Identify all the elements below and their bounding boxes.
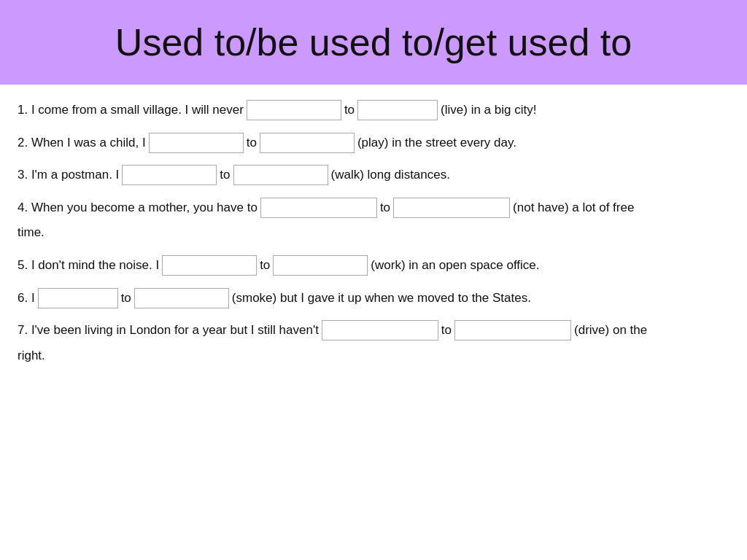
ex7-text2: (drive) on the (574, 319, 647, 342)
ex5-text1: 5. I don't mind the noise. I (18, 254, 159, 277)
exercise-4: 4. When you become a mother, you have to… (18, 197, 729, 244)
ex6-text2: (smoke) but I gave it up when we moved t… (232, 287, 531, 310)
ex2-to1: to (247, 132, 257, 155)
ex6-input1[interactable] (38, 288, 118, 308)
ex7-input1[interactable] (322, 320, 438, 341)
ex2-input1[interactable] (149, 133, 244, 153)
ex5-input2[interactable] (273, 255, 368, 276)
ex5-text2: (work) in an open space office. (371, 254, 539, 277)
ex1-to1: to (344, 99, 355, 122)
ex7-to1: to (441, 319, 452, 342)
ex4-text2: (not have) a lot of free (513, 197, 634, 219)
exercise-3: 3. I'm a postman. I to (walk) long dista… (18, 164, 729, 187)
ex3-input1[interactable] (122, 165, 217, 185)
exercise-2: 2. When I was a child, I to (play) in th… (18, 132, 729, 155)
content-area: 1. I come from a small village. I will n… (0, 85, 747, 392)
ex4-text1: 4. When you become a mother, you have to (18, 197, 258, 219)
ex6-text1: 6. I (18, 287, 35, 310)
ex4-to1: to (380, 197, 390, 219)
ex4-input2[interactable] (393, 198, 510, 218)
ex3-text2: (walk) long distances. (331, 164, 450, 187)
ex4-input1[interactable] (260, 198, 377, 218)
ex6-input2[interactable] (134, 288, 229, 308)
ex4-text3: time. (18, 225, 44, 239)
exercise-1: 1. I come from a small village. I will n… (18, 99, 729, 122)
ex1-input1[interactable] (247, 100, 341, 120)
ex5-to1: to (260, 254, 270, 277)
ex7-input2[interactable] (454, 320, 571, 341)
ex5-input1[interactable] (162, 255, 257, 276)
exercise-5: 5. I don't mind the noise. I to (work) i… (18, 254, 729, 277)
ex3-to1: to (220, 164, 230, 187)
exercise-7: 7. I've been living in London for a year… (18, 319, 729, 367)
exercise-6: 6. I to (smoke) but I gave it up when we… (18, 287, 729, 310)
ex7-text3: right. (18, 349, 45, 362)
ex3-text1: 3. I'm a postman. I (18, 164, 119, 187)
ex3-input2[interactable] (233, 165, 328, 185)
ex2-text1: 2. When I was a child, I (18, 132, 146, 155)
ex2-input2[interactable] (260, 133, 355, 153)
ex7-text1: 7. I've been living in London for a year… (18, 319, 319, 342)
ex2-text2: (play) in the street every day. (357, 132, 516, 155)
page-title: Used to/be used to/get used to (15, 20, 732, 64)
ex6-to1: to (121, 287, 131, 310)
ex1-text2: (live) in a big city! (441, 99, 536, 122)
ex1-text1: 1. I come from a small village. I will n… (18, 99, 244, 122)
ex1-input2[interactable] (357, 100, 438, 120)
header: Used to/be used to/get used to (0, 0, 747, 85)
